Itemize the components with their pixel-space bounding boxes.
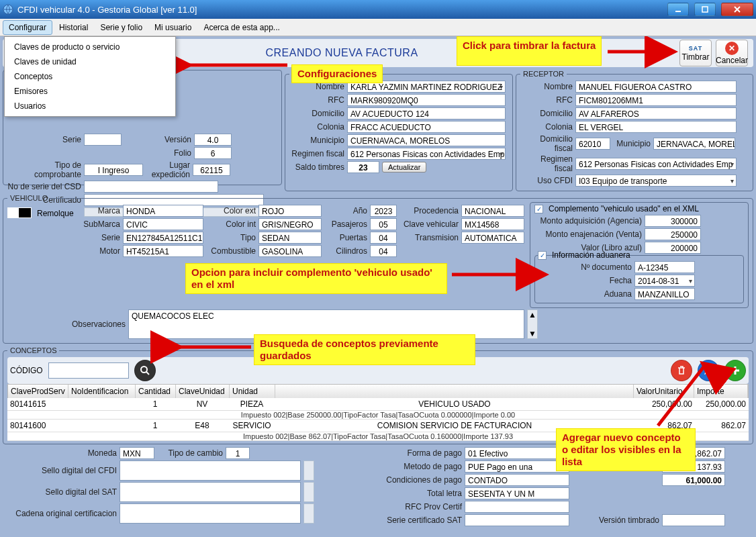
version-field: 4.0 [194, 134, 232, 146]
version-timbrado-field [662, 514, 725, 526]
search-icon [140, 365, 150, 376]
observaciones-scrollbar[interactable]: ▲▼ [527, 309, 538, 339]
veh-cilindros-field[interactable]: 04 [370, 245, 397, 257]
menu-mi-usuario[interactable]: Mi usuario [149, 21, 197, 34]
sello-sat-field [120, 482, 301, 502]
menu-acerca[interactable]: Acerca de esta app... [198, 21, 285, 34]
remolque-toggle[interactable] [7, 207, 32, 218]
add-concept-button[interactable] [724, 360, 746, 381]
serie-field[interactable] [84, 134, 122, 146]
veh-transmision-field[interactable]: AUTOMATICA [461, 232, 524, 244]
window-close-button[interactable] [721, 3, 753, 16]
veh-procedencia-field[interactable]: NACIONAL [461, 205, 524, 217]
rfc-certif-field [465, 501, 569, 513]
menu-configurar[interactable]: Configurar [3, 20, 52, 35]
tipo-comprobante-field[interactable]: I Ingreso [84, 164, 143, 176]
veh-marca-field[interactable]: HONDA [123, 205, 203, 217]
codigo-label: CÓDIGO [10, 366, 43, 375]
conceptos-table-header: ClaveProdServ NoIdentificacion Cantidad … [7, 384, 749, 398]
veh-colorext-field[interactable]: ROJO [258, 205, 322, 217]
window-titlebar: CFDI vehicular 4.0 - Gestoria Global [ve… [0, 0, 756, 19]
receptor-domicilio-field[interactable]: AV ALFAREROS [575, 107, 737, 119]
veh-combustible-field[interactable]: GASOLINA [258, 245, 322, 257]
arrow-up-icon [651, 358, 718, 434]
receptor-uso-cfdi-select[interactable]: I03 Equipo de transporte [575, 175, 737, 187]
serie-cert-field [465, 514, 569, 526]
saldo-timbres-field: 23 [347, 161, 379, 173]
no-documento-field[interactable]: A-12345 [634, 261, 695, 273]
total-field: 61,000.00 [662, 474, 725, 486]
menu-historial[interactable]: Historial [54, 21, 93, 34]
veh-puertas-field[interactable]: 04 [370, 232, 397, 244]
emisor-regimen-select[interactable]: 612 Personas Fisicas con Actividades Emp… [347, 148, 506, 160]
csd-label: No de serie del CSD [7, 182, 81, 191]
emisor-colonia-field[interactable]: FRACC ACUEDUCTO [347, 121, 506, 133]
emisor-domicilio-field[interactable]: AV ACUEDUCTO 124 [347, 107, 506, 119]
aduana-field[interactable]: MANZANILLO [634, 288, 695, 300]
veh-serie-field[interactable]: EN127845A12511C12 [123, 232, 203, 244]
search-button[interactable] [134, 360, 156, 381]
table-row[interactable]: 80141615 1 NV PIEZA VEHICULO USADO 250,0… [7, 398, 749, 411]
serie-label: Serie [7, 135, 81, 144]
lugar-expedicion-field[interactable]: 62115 [193, 164, 230, 176]
menu-serie-folio[interactable]: Serie y folio [95, 21, 148, 34]
csd-field[interactable] [84, 181, 218, 193]
app-icon [3, 4, 13, 15]
submenu-conceptos[interactable]: Conceptos [5, 69, 175, 84]
window-maximize-button[interactable] [694, 3, 716, 16]
forma-pago-select[interactable]: 01 Efectivo [465, 447, 569, 459]
fecha-aduana-field[interactable]: 2014-08-31 [634, 275, 695, 287]
receptor-domfiscal-field[interactable]: 62010 [575, 138, 610, 150]
plus-icon [730, 365, 741, 376]
codigo-input[interactable] [48, 362, 129, 379]
veh-colorint-field[interactable]: GRIS/NEGRO [258, 218, 322, 230]
veh-motor-field[interactable]: HT45215A1 [123, 245, 203, 257]
folio-label: Folio [7, 148, 191, 158]
emisor-rfc-field[interactable]: MARK980920MQ0 [347, 94, 506, 106]
submenu-emisores[interactable]: Emisores [5, 84, 175, 99]
lugar-label: Lugar expedición [146, 160, 190, 179]
monto-enajenacion-field[interactable]: 250000 [645, 228, 701, 240]
submenu-claves-unidad[interactable]: Claves de unidad [5, 54, 175, 69]
veh-ano-field[interactable]: 2023 [370, 205, 397, 217]
tipo-cambio-field[interactable]: 1 [226, 447, 250, 459]
receptor-nombre-field[interactable]: MANUEL FIGUEROA CASTRO [575, 81, 737, 93]
veh-pasajeros-field[interactable]: 05 [370, 218, 397, 230]
total-letra-field: SESENTA Y UN M [465, 487, 569, 499]
cadena-field [120, 503, 301, 524]
window-title: CFDI vehicular 4.0 - Gestoria Global [ve… [17, 5, 662, 15]
svg-line-13 [658, 365, 705, 426]
veh-submarca-field[interactable]: CIVIC [123, 218, 203, 230]
callout-timbrar: Click para timbrar la factura [457, 36, 602, 66]
receptor-municipio-field[interactable]: JERNAVACA, MORELOS [653, 138, 735, 150]
condiciones-field[interactable]: CONTADO [465, 474, 569, 486]
version-label: Versión [124, 135, 191, 144]
sat-icon: SAT [689, 45, 702, 52]
arrow-left-icon [171, 337, 258, 359]
info-aduanera-checkbox[interactable]: ✓ [538, 251, 547, 260]
veh-clave-field[interactable]: MX14568 [461, 218, 524, 230]
window-minimize-button[interactable] [667, 3, 689, 16]
callout-busqueda: Busqueda de conceptos previamente guarda… [254, 334, 475, 365]
callout-complemento: Opcion para incluir complemento 'vehicul… [185, 263, 447, 294]
folio-field[interactable]: 6 [194, 147, 232, 159]
emisor-municipio-field[interactable]: CUERNAVACA, MORELOS [347, 134, 506, 146]
callout-agregar: Agregar nuevo concepto o editar los visi… [556, 428, 696, 471]
receptor-regimen-select[interactable]: 612 Personas Fisicas con Actividades Emp [575, 158, 737, 170]
timbrar-button[interactable]: SAT Timbrar [679, 40, 712, 66]
metodo-pago-select[interactable]: PUE Pago en una [465, 460, 569, 473]
arrow-right-icon [448, 264, 549, 287]
complemento-usado-checkbox[interactable]: ✓ [534, 205, 543, 213]
cancelar-button[interactable]: ✕ Cancelar [716, 40, 748, 66]
moneda-field[interactable]: MXN [120, 447, 154, 459]
receptor-rfc-field[interactable]: FICM801206MM1 [575, 94, 737, 106]
submenu-claves-producto[interactable]: Claves de producto o servicio [5, 40, 175, 54]
veh-tipo-field[interactable]: SEDAN [258, 232, 322, 244]
submenu-usuarios[interactable]: Usuarios [5, 99, 175, 113]
actualizar-button[interactable]: Actualizar [382, 162, 426, 173]
monto-adquisicion-field[interactable]: 300000 [645, 215, 701, 227]
receptor-colonia-field[interactable]: EL VERGEL [575, 121, 737, 133]
sello-cfdi-field [120, 460, 301, 481]
svg-point-5 [141, 367, 147, 373]
menubar: Configurar Historial Serie y folio Mi us… [0, 19, 756, 36]
